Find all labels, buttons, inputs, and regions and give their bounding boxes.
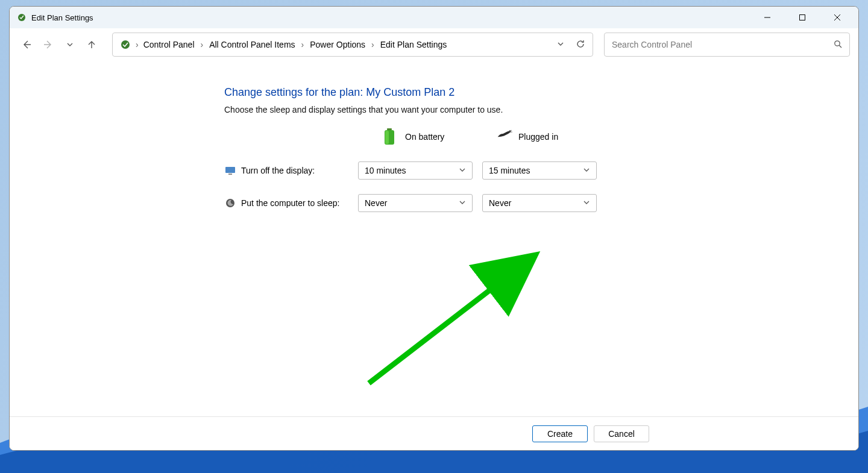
svg-rect-10 — [385, 131, 389, 144]
svg-line-7 — [839, 45, 841, 48]
row-sleep: Put the computer to sleep: Never Never — [224, 194, 664, 212]
back-button[interactable] — [18, 36, 35, 53]
svg-rect-14 — [228, 174, 232, 175]
search-input[interactable] — [612, 40, 834, 49]
row-turn-off-display: Turn off the display: 10 minutes 15 minu… — [224, 161, 664, 180]
content-area: Change settings for the plan: My Custom … — [10, 61, 858, 416]
select-value: 10 minutes — [365, 166, 406, 175]
app-icon — [17, 13, 27, 22]
chevron-down-icon — [459, 198, 466, 208]
select-value: 15 minutes — [489, 166, 530, 175]
svg-rect-12 — [510, 132, 512, 133]
page-heading: Change settings for the plan: My Custom … — [224, 86, 664, 99]
maximize-button[interactable] — [785, 7, 820, 28]
chevron-down-icon — [583, 166, 590, 175]
cancel-button[interactable]: Cancel — [594, 425, 649, 442]
search-icon[interactable] — [834, 40, 842, 50]
sleep-battery-select[interactable]: Never — [358, 194, 473, 212]
chevron-right-icon: › — [300, 40, 306, 49]
breadcrumb: Control Panel › All Control Panel Items … — [140, 37, 556, 52]
footer: Create Cancel — [10, 416, 858, 450]
svg-point-5 — [121, 40, 130, 49]
column-label: Plugged in — [518, 132, 558, 142]
address-dropdown-button[interactable] — [556, 40, 565, 50]
search-box[interactable] — [604, 33, 850, 57]
navbar: › Control Panel › All Control Panel Item… — [10, 28, 858, 61]
page-subtext: Choose the sleep and display settings th… — [224, 105, 664, 114]
display-battery-select[interactable]: 10 minutes — [358, 161, 473, 180]
annotation-arrow — [363, 251, 550, 389]
titlebar: Edit Plan Settings — [10, 7, 858, 28]
chevron-down-icon — [583, 198, 590, 208]
chevron-right-icon: › — [200, 40, 205, 49]
battery-icon — [383, 128, 399, 146]
svg-rect-11 — [509, 130, 512, 131]
recent-locations-button[interactable] — [61, 36, 78, 53]
address-bar[interactable]: › Control Panel › All Control Panel Item… — [112, 33, 593, 57]
column-headers: On battery Plugged in — [224, 128, 664, 146]
breadcrumb-item[interactable]: All Control Panel Items — [206, 37, 298, 52]
row-label: Put the computer to sleep: — [241, 198, 358, 208]
minimize-button[interactable] — [750, 7, 785, 28]
row-label: Turn off the display: — [241, 166, 358, 175]
plug-icon — [497, 128, 512, 146]
display-icon — [224, 164, 236, 177]
column-label: On battery — [405, 132, 444, 142]
svg-point-6 — [835, 40, 840, 45]
select-value: Never — [489, 198, 511, 208]
chevron-right-icon: › — [134, 40, 140, 49]
sleep-icon — [224, 197, 236, 209]
display-plugged-select[interactable]: 15 minutes — [482, 161, 597, 180]
svg-rect-2 — [800, 15, 805, 20]
sleep-plugged-select[interactable]: Never — [482, 194, 597, 212]
refresh-button[interactable] — [576, 39, 585, 51]
breadcrumb-item[interactable]: Control Panel — [140, 37, 198, 52]
window-title: Edit Plan Settings — [31, 13, 750, 22]
create-button[interactable]: Create — [532, 425, 588, 442]
svg-line-16 — [369, 258, 532, 383]
button-label: Cancel — [608, 429, 635, 439]
svg-rect-8 — [387, 128, 392, 130]
forward-button[interactable] — [40, 36, 57, 53]
up-button[interactable] — [83, 36, 100, 53]
breadcrumb-item[interactable]: Edit Plan Settings — [377, 37, 451, 52]
column-on-battery: On battery — [358, 128, 479, 146]
breadcrumb-item[interactable]: Power Options — [306, 37, 369, 52]
svg-rect-13 — [225, 167, 235, 173]
button-label: Create — [547, 429, 573, 439]
column-plugged-in: Plugged in — [479, 128, 599, 146]
location-icon — [119, 38, 132, 51]
close-button[interactable] — [820, 7, 855, 28]
chevron-right-icon: › — [370, 40, 376, 49]
window-controls — [750, 7, 855, 28]
select-value: Never — [365, 198, 387, 208]
window: Edit Plan Settings — [9, 6, 859, 451]
chevron-down-icon — [459, 166, 466, 175]
